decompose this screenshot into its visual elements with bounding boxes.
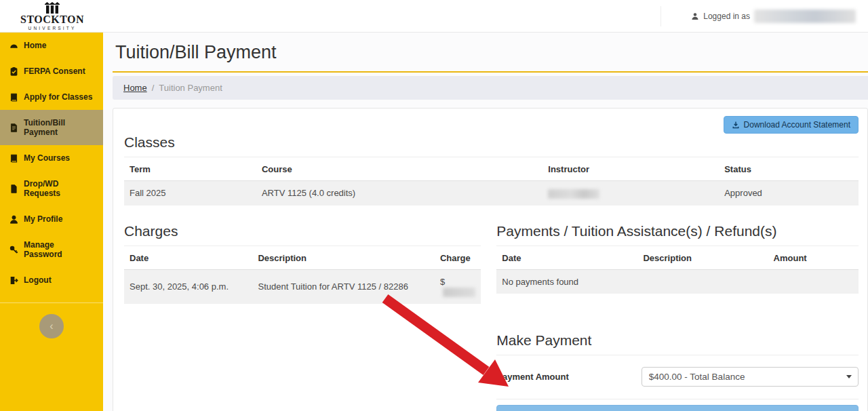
page-header: Tuition/Bill Payment [113,33,868,73]
charge-description: Student Tuition for ARTV 1125 / 82286 [252,269,434,304]
sidebar-item-manage-password[interactable]: Manage Password [0,232,103,267]
pay-tuition-button[interactable]: Pay Tuition [496,405,859,411]
breadcrumb-home-link[interactable]: Home [123,83,147,93]
payments-col-description: Description [637,246,768,270]
person-icon [691,12,699,20]
charges-heading: Charges [124,223,481,246]
book-icon [9,93,18,102]
sidebar-item-label: Tuition/Bill Payment [24,118,94,137]
classes-table-row: Fall 2025 ARTV 1125 (4.0 credits) Approv… [124,181,859,206]
payments-empty-row: No payments found [496,269,859,294]
classes-heading: Classes [124,134,859,157]
payment-amount-label: Payment Amount [496,372,641,382]
sidebar-item-label: Apply for Classes [24,92,92,102]
key-icon [9,246,18,254]
sidebar-item-label: Logout [24,275,52,285]
charges-section: Charges Date Description Charge Sept. 30… [124,223,481,305]
sidebar-item-label: My Profile [24,214,62,224]
make-payment-heading: Make Payment [496,332,859,355]
user-icon [9,215,18,224]
payments-section: Payments / Tuition Assistance(s) / Refun… [496,223,859,411]
make-payment-section: Make Payment Payment Amount $400.00 - To… [496,332,859,411]
stockton-crest-icon [45,2,60,14]
payments-table: Date Description Amount No payments foun… [496,246,859,294]
classes-col-instructor: Instructor [542,157,719,181]
sidebar-item-label: My Courses [24,153,70,163]
classes-col-term: Term [124,157,256,181]
logged-in-label: Logged in as [703,12,750,21]
redacted-username [754,9,856,23]
charges-col-charge: Charge [435,246,481,270]
page-title: Tuition/Bill Payment [115,42,868,63]
payment-card: Download Account Statement Classes Term … [113,108,868,411]
class-instructor [542,181,719,206]
gauge-icon [9,41,18,50]
charges-col-date: Date [124,246,252,270]
charges-table-row: Sept. 30, 2025, 4:06 p.m. Student Tuitio… [124,269,481,304]
class-term: Fall 2025 [124,181,256,206]
breadcrumb-separator: / [152,83,155,93]
sidebar-item-my-courses[interactable]: My Courses [0,145,103,171]
class-status: Approved [719,181,859,206]
download-account-statement-label: Download Account Statement [744,120,850,130]
top-header: STOCKTON UNIVERSITY Logged in as [0,0,868,33]
sidebar-item-ferpa-consent[interactable]: FERPA Consent [0,58,103,84]
redacted-instructor [548,189,599,199]
stockton-logo[interactable]: STOCKTON UNIVERSITY [20,1,84,31]
sidebar-item-logout[interactable]: Logout [0,267,103,293]
payment-amount-select[interactable]: $400.00 - Total Balance [642,367,859,387]
sidebar-item-tuition-bill-payment[interactable]: Tuition/Bill Payment [0,110,103,145]
book-icon [9,154,18,163]
breadcrumb: Home / Tuition Payment [113,76,868,100]
sidebar-nav: Home FERPA Consent Apply for Classes Tui… [0,33,103,411]
payments-col-date: Date [496,246,637,270]
sidebar-item-label: Manage Password [24,240,94,259]
sidebar-item-label: Drop/WD Requests [24,179,94,198]
sidebar-item-my-profile[interactable]: My Profile [0,206,103,232]
class-course: ARTV 1125 (4.0 credits) [256,181,542,206]
sidebar-item-label: FERPA Consent [24,66,85,76]
logged-in-user: Logged in as [660,6,856,26]
logo-subname: UNIVERSITY [28,26,77,31]
classes-col-status: Status [719,157,859,181]
download-account-statement-button[interactable]: Download Account Statement [724,116,859,134]
logout-icon [9,276,18,285]
logo-name: STOCKTON [20,14,84,25]
payments-empty-text: No payments found [496,269,859,294]
file-icon [9,184,18,193]
sidebar-divider [0,302,103,303]
breadcrumb-current: Tuition Payment [159,83,222,93]
classes-col-course: Course [256,157,542,181]
payments-col-amount: Amount [768,246,859,270]
clipboard-check-icon [9,67,18,76]
charge-date: Sept. 30, 2025, 4:06 p.m. [124,269,252,304]
sidebar-item-apply-for-classes[interactable]: Apply for Classes [0,84,103,110]
classes-table: Term Course Instructor Status Fall 2025 … [124,157,859,206]
redacted-charge-amount [443,288,475,297]
payments-heading: Payments / Tuition Assistance(s) / Refun… [496,223,859,246]
charges-table: Date Description Charge Sept. 30, 2025, … [124,246,481,305]
invoice-icon [9,123,18,132]
charge-amount: $ [435,269,481,304]
form-divider [496,399,859,399]
main-content: Tuition/Bill Payment Home / Tuition Paym… [103,0,868,411]
charges-col-description: Description [252,246,434,270]
sidebar-item-label: Home [24,41,46,50]
sidebar-collapse-button[interactable]: ‹ [39,314,64,338]
sidebar-item-home[interactable]: Home [0,33,103,58]
download-icon [732,121,740,129]
payment-amount-select-wrap: $400.00 - Total Balance [642,367,859,387]
sidebar-item-drop-wd-requests[interactable]: Drop/WD Requests [0,171,103,206]
